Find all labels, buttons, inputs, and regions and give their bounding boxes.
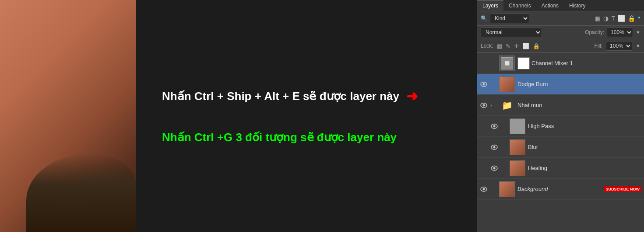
svg-point-3 [483, 104, 485, 106]
layer-blur[interactable]: Blur [477, 137, 644, 158]
layer-background[interactable]: Background SUBSCRIBE NOW [477, 179, 644, 200]
svg-point-9 [493, 167, 496, 169]
tab-history[interactable]: History [564, 0, 591, 11]
tab-channels[interactable]: Channels [503, 0, 536, 11]
blend-mode-dropdown[interactable]: Normal [481, 28, 542, 37]
canvas-area: Nhấn Ctrl + Ship + Alt + E sẽ được layer… [0, 0, 477, 232]
lock-filter-icon[interactable]: 🔒 [628, 15, 635, 22]
layer-thumb-dodge-burn [499, 76, 515, 92]
layer-high-pass[interactable]: High Pass [477, 116, 644, 137]
layer-name-blur: Blur [528, 144, 641, 150]
opacity-chevron[interactable]: ▼ [636, 30, 640, 35]
layers-list: ⬜ Channel Mixer 1 Dodge Burn [477, 53, 644, 232]
layer-thumb-healing [510, 160, 525, 176]
layers-panel: Layers Channels Actions History 🔍 Kind ▦… [477, 0, 644, 232]
search-icon: 🔍 [481, 15, 487, 21]
layer-thumb-channel-mixer: ⬜ [499, 55, 515, 71]
tab-layers[interactable]: Layers [477, 0, 503, 11]
opacity-label: Opacity: [585, 29, 604, 35]
layer-thumb-nhat-mun: 📁 [499, 97, 515, 113]
layer-healing[interactable]: Healing [477, 158, 644, 179]
instruction-2-text: Nhấn Ctrl +G 3 đối tượng sẽ được layer n… [162, 131, 397, 144]
layer-thumb-background [499, 181, 515, 197]
layer-dodge-burn[interactable]: Dodge Burn [477, 74, 644, 95]
instruction-overlay: Nhấn Ctrl + Ship + Alt + E sẽ được layer… [144, 0, 477, 232]
instruction-2: Nhấn Ctrl +G 3 đối tượng sẽ được layer n… [162, 131, 460, 144]
filter-row: 🔍 Kind ▦ ◑ T ⬜ 🔒 ● [477, 11, 644, 26]
svg-point-11 [483, 188, 485, 190]
dot-icon: ● [638, 15, 640, 22]
opacity-dropdown[interactable]: 100% [607, 28, 633, 37]
layer-thumb-blur [510, 139, 525, 155]
pixel-filter-icon[interactable]: ▦ [595, 15, 601, 22]
visibility-toggle-dodge-burn[interactable] [480, 80, 488, 88]
type-filter-icon[interactable]: T [611, 15, 615, 22]
lock-all-icon[interactable]: 🔒 [533, 43, 540, 49]
layer-name-background: Background [517, 186, 601, 192]
adjustment-filter-icon[interactable]: ◑ [603, 15, 609, 22]
arrow-icon-1: ➜ [406, 88, 418, 104]
filter-dropdown[interactable]: Kind [490, 14, 529, 23]
lock-icons: ▦ ✎ ✛ ⬜ 🔒 [497, 43, 540, 49]
layer-name-nhat-mun: Nhat mun [517, 102, 641, 108]
lock-move-icon[interactable]: ✛ [514, 43, 519, 49]
lock-artboard-icon[interactable]: ⬜ [522, 43, 529, 49]
layer-nhat-mun[interactable]: › 📁 Nhat mun [477, 95, 644, 116]
panel-tabs: Layers Channels Actions History [477, 0, 644, 11]
tab-actions[interactable]: Actions [536, 0, 564, 11]
svg-point-1 [483, 83, 485, 85]
visibility-toggle-high-pass[interactable] [490, 122, 498, 130]
svg-point-7 [493, 146, 496, 148]
visibility-toggle-healing[interactable] [490, 164, 498, 172]
fill-label: Fill: [594, 43, 602, 49]
layer-name-high-pass: High Pass [528, 123, 641, 129]
expand-nhat-mun[interactable]: › [490, 103, 496, 108]
lock-label: Lock: [481, 43, 493, 49]
svg-point-5 [493, 125, 496, 127]
visibility-toggle-blur[interactable] [490, 143, 498, 151]
layer-thumb-high-pass [510, 118, 525, 134]
shape-filter-icon[interactable]: ⬜ [618, 15, 625, 22]
visibility-toggle-nhat-mun[interactable] [480, 101, 488, 109]
blend-row: Normal Opacity: 100% ▼ [477, 26, 644, 39]
layer-channel-mixer[interactable]: ⬜ Channel Mixer 1 [477, 53, 644, 74]
fill-chevron[interactable]: ▼ [636, 43, 640, 48]
instruction-1-text: Nhấn Ctrl + Ship + Alt + E sẽ được layer… [162, 90, 399, 103]
visibility-toggle-channel-mixer[interactable] [480, 59, 488, 67]
folder-icon: 📁 [502, 100, 513, 111]
lock-row: Lock: ▦ ✎ ✛ ⬜ 🔒 Fill: 100% ▼ [477, 39, 644, 53]
visibility-toggle-background[interactable] [480, 185, 488, 193]
filter-icons: ▦ ◑ T ⬜ 🔒 ● [595, 15, 640, 22]
layer-name-dodge-burn: Dodge Burn [517, 81, 641, 87]
lock-brush-icon[interactable]: ✎ [506, 43, 510, 49]
fill-dropdown[interactable]: 100% [606, 41, 632, 51]
subscribe-badge: SUBSCRIBE NOW [604, 186, 641, 192]
lock-pixel-icon[interactable]: ▦ [497, 43, 502, 49]
layer-name-healing: Healing [528, 165, 641, 171]
layer-name-channel-mixer: Channel Mixer 1 [531, 60, 641, 66]
instruction-1: Nhấn Ctrl + Ship + Alt + E sẽ được layer… [162, 88, 460, 104]
